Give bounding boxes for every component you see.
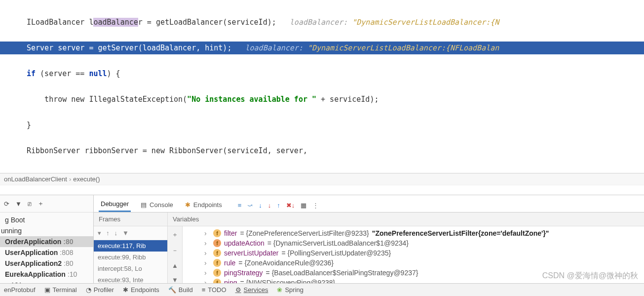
tool-todo[interactable]: ≡TODO (202, 286, 227, 294)
profiler-icon: ◔ (86, 286, 91, 294)
more-icon[interactable]: ⋮ (312, 202, 319, 209)
frames-header: Frames (94, 212, 167, 226)
code-line: } (27, 119, 644, 131)
tab-debugger[interactable]: Debugger (99, 198, 131, 212)
console-icon: ▤ (141, 201, 147, 209)
code-line: if (server == null) { (27, 67, 644, 80)
code-line: RibbonServer ribbonServer = new RibbonSe… (27, 144, 644, 157)
tool-spring[interactable]: ❀Spring (277, 286, 303, 294)
run-config-eureka[interactable]: EurekaApplication :10 (0, 269, 93, 280)
run-to-cursor-icon[interactable]: ✖↓ (286, 202, 295, 209)
breadcrumb[interactable]: onLoadBalancerClient›execute() (0, 173, 644, 185)
frame-item[interactable]: execute:117, Rib (94, 240, 167, 252)
var-node: ›fupdateAction = {DynamicServerListLoadB… (183, 238, 644, 248)
prev-frame-icon[interactable]: ↑ (106, 229, 110, 237)
run-toolbar: ⟳ ▼ ⎚ ＋ (0, 195, 93, 212)
var-node: ›frule = {ZoneAvoidanceRule@9236} (183, 258, 644, 268)
step-into-icon[interactable]: ↓ (259, 202, 262, 209)
watermark: CSDN @爱海情@微神的秋 (542, 271, 638, 281)
tool-build[interactable]: 🔨Build (168, 286, 193, 294)
down-icon[interactable]: ▼ (172, 276, 178, 284)
inlay-hint: loadBalancer: (290, 18, 352, 27)
var-node: ›fserverListUpdater = {PollingServerList… (183, 248, 644, 258)
add-watch-icon[interactable]: ＋ (172, 230, 178, 239)
code-line: throw new IllegalStateException("No inst… (27, 93, 644, 106)
spring-icon: ❀ (277, 286, 282, 294)
tab-endpoints[interactable]: ✱Endpoints (183, 199, 224, 211)
tab-console[interactable]: ▤Console (139, 199, 175, 211)
tool-endpoints[interactable]: ✱Endpoints (123, 286, 159, 294)
services-icon: ⚙ (235, 286, 241, 294)
run-header: g Boot (0, 214, 93, 225)
run-config-order[interactable]: OrderApplication :80 (0, 236, 93, 247)
rerun-icon[interactable]: ⟳ (4, 200, 9, 208)
force-step-into-icon[interactable]: ↓ (268, 202, 271, 209)
endpoints-icon: ✱ (123, 286, 128, 294)
terminal-icon: ▣ (44, 286, 50, 294)
filter-icon[interactable]: ▼ (15, 200, 22, 208)
tool-terminal[interactable]: ▣Terminal (44, 286, 77, 294)
editor[interactable]: ILoadBalancer loadBalancer = getLoadBala… (0, 0, 644, 173)
code-line: ILoadBalancer loadBalancer = getLoadBala… (27, 16, 644, 29)
var-node: ›ffilter = {ZonePreferenceServerListFilt… (183, 228, 644, 238)
run-status: unning (0, 225, 93, 236)
selection: oadBalance (93, 18, 138, 27)
evaluate-icon[interactable]: ▦ (301, 202, 306, 209)
up-icon[interactable]: ▲ (172, 262, 178, 269)
step-out-icon[interactable]: ↑ (277, 202, 280, 209)
frame-item[interactable]: intercept:58, Lo (94, 263, 167, 274)
threads-icon[interactable]: ≡ (238, 202, 242, 209)
debug-tabs: Debugger ▤Console ✱Endpoints ≡ ⤻ ↓ ↓ ↑ ✖… (94, 195, 644, 212)
frame-item[interactable]: execute:99, Ribb (94, 252, 167, 263)
tool-protobuf[interactable]: enProtobuf (4, 286, 36, 294)
endpoints-icon: ✱ (185, 201, 190, 209)
remove-watch-icon[interactable]: － (172, 246, 178, 255)
run-config-user[interactable]: UserApplication :808 (0, 247, 93, 258)
step-over-icon[interactable]: ⤻ (247, 202, 253, 209)
run-config-user2[interactable]: UserApplication2 :80 (0, 258, 93, 269)
todo-icon: ≡ (202, 286, 206, 294)
variables-header: Variables (168, 212, 644, 226)
tool-profiler[interactable]: ◔Profiler (86, 286, 114, 294)
dropdown-icon[interactable]: ▾ (98, 229, 101, 237)
run-dashboard: ⟳ ▼ ⎚ ＋ g Boot unning OrderApplication :… (0, 195, 94, 296)
filter-frames-icon[interactable]: ▼ (122, 229, 129, 237)
layout-icon[interactable]: ⎚ (28, 200, 32, 208)
build-icon: 🔨 (168, 286, 176, 294)
add-icon[interactable]: ＋ (38, 199, 44, 208)
next-frame-icon[interactable]: ↓ (114, 229, 118, 237)
status-bar: enProtobuf ▣Terminal ◔Profiler ✱Endpoint… (0, 283, 644, 296)
execution-line: Server server = getServer(loadBalancer, … (0, 42, 644, 54)
tool-services[interactable]: ⚙Services (235, 286, 268, 294)
